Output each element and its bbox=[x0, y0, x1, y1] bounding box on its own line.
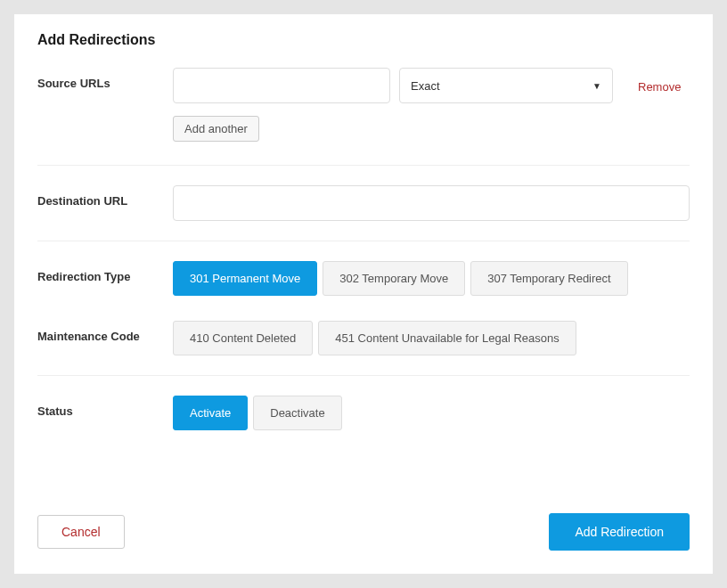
remove-button[interactable]: Remove bbox=[638, 78, 681, 94]
redirection-type-group: 301 Permanent Move 302 Temporary Move 30… bbox=[173, 261, 690, 296]
maintenance-code-inputs: 410 Content Deleted 451 Content Unavaila… bbox=[173, 321, 690, 355]
add-redirection-button[interactable]: Add Redirection bbox=[549, 513, 690, 551]
activate-button[interactable]: Activate bbox=[173, 396, 248, 430]
match-type-value: Exact bbox=[411, 79, 440, 93]
redirection-type-inputs: 301 Permanent Move 302 Temporary Move 30… bbox=[173, 261, 690, 296]
source-url-row: Exact ▼ Remove bbox=[173, 68, 690, 103]
source-section: Source URLs Exact ▼ Remove Add another bbox=[37, 68, 690, 166]
chevron-down-icon: ▼ bbox=[592, 81, 601, 91]
status-group: Activate Deactivate bbox=[173, 396, 690, 430]
redirection-type-row: Redirection Type 301 Permanent Move 302 … bbox=[37, 261, 690, 296]
type-maintenance-section: Redirection Type 301 Permanent Move 302 … bbox=[37, 241, 690, 376]
source-url-input[interactable] bbox=[173, 68, 390, 103]
destination-url-input[interactable] bbox=[173, 185, 690, 221]
redirection-panel: Add Redirections Source URLs Exact ▼ Rem… bbox=[14, 14, 713, 574]
source-row: Source URLs Exact ▼ Remove Add another bbox=[37, 68, 690, 142]
destination-label: Destination URL bbox=[37, 185, 173, 208]
cancel-button[interactable]: Cancel bbox=[37, 515, 125, 549]
redirect-302-button[interactable]: 302 Temporary Move bbox=[323, 261, 465, 296]
redirection-type-label: Redirection Type bbox=[37, 261, 173, 283]
page-title: Add Redirections bbox=[37, 32, 690, 48]
status-section: Status Activate Deactivate bbox=[37, 376, 690, 450]
deactivate-button[interactable]: Deactivate bbox=[253, 396, 341, 430]
add-another-button[interactable]: Add another bbox=[173, 116, 259, 142]
status-row: Status Activate Deactivate bbox=[37, 396, 690, 430]
source-inputs: Exact ▼ Remove Add another bbox=[173, 68, 690, 142]
panel-content: Add Redirections Source URLs Exact ▼ Rem… bbox=[14, 14, 713, 490]
maintenance-code-group: 410 Content Deleted 451 Content Unavaila… bbox=[173, 321, 690, 355]
destination-section: Destination URL bbox=[37, 166, 690, 241]
match-type-select[interactable]: Exact ▼ bbox=[399, 68, 613, 103]
maintenance-code-row: Maintenance Code 410 Content Deleted 451… bbox=[37, 321, 690, 355]
panel-footer: Cancel Add Redirection bbox=[14, 490, 713, 574]
redirect-301-button[interactable]: 301 Permanent Move bbox=[173, 261, 317, 296]
destination-inputs bbox=[173, 185, 690, 221]
maintenance-code-label: Maintenance Code bbox=[37, 321, 173, 343]
maint-410-button[interactable]: 410 Content Deleted bbox=[173, 321, 313, 355]
status-label: Status bbox=[37, 396, 173, 418]
redirect-307-button[interactable]: 307 Temporary Redirect bbox=[470, 261, 628, 296]
destination-row: Destination URL bbox=[37, 185, 690, 221]
status-inputs: Activate Deactivate bbox=[173, 396, 690, 430]
source-label: Source URLs bbox=[37, 68, 173, 90]
maint-451-button[interactable]: 451 Content Unavailable for Legal Reason… bbox=[318, 321, 576, 355]
